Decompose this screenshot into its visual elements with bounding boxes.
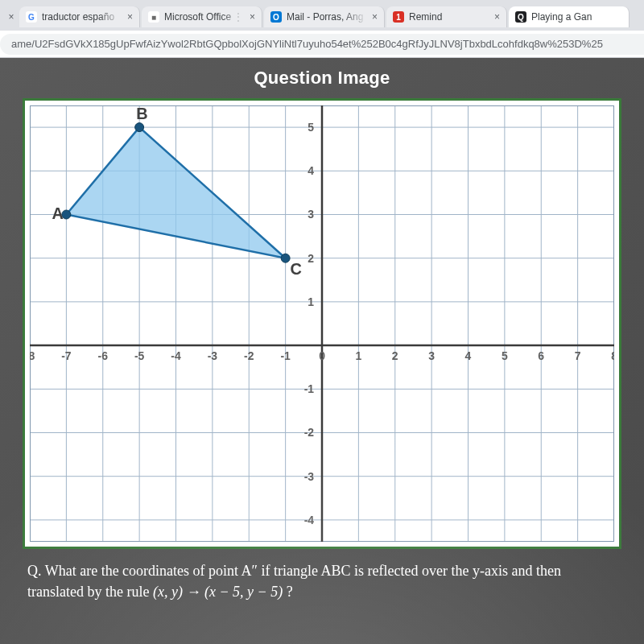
tab-label: Remind — [409, 11, 489, 23]
y-tick-label: -2 — [304, 426, 315, 439]
tab-label: Mail - Porras, Ang — [287, 11, 367, 23]
x-tick-label: 4 — [465, 349, 472, 362]
tab-close-icon[interactable]: × — [250, 11, 255, 23]
x-tick-label: -8 — [30, 349, 35, 362]
browser-tab-strip: × Gtraductor españo×■Microsoft Office ⋮×… — [0, 0, 644, 31]
y-tick-label: -4 — [304, 514, 315, 526]
tab-label: traductor españo — [42, 11, 122, 23]
y-tick-label: 5 — [308, 121, 314, 134]
vertex-label: B — [136, 105, 147, 122]
tab-close-icon[interactable]: × — [127, 11, 133, 23]
x-tick-label: 1 — [356, 349, 362, 362]
x-tick-label: -3 — [208, 349, 218, 362]
address-bar: ame/U2FsdGVkX185gUpFwfAizYwol2RbtGQpbolX… — [0, 31, 644, 58]
browser-tab[interactable]: 1Remind× — [386, 6, 507, 27]
x-tick-label: 8 — [611, 349, 614, 362]
vertex-point — [135, 123, 144, 132]
tab-favicon-icon: G — [26, 11, 37, 23]
vertex-label: A — [52, 204, 63, 222]
y-tick-label: -3 — [304, 470, 315, 483]
x-tick-label: 0 — [319, 349, 325, 362]
question-math: (x, y) → (x − 5, y − 5) — [153, 584, 283, 600]
x-tick-label: 7 — [575, 349, 581, 362]
question-text: Q. What are the coordinates of point A″ … — [24, 549, 620, 602]
y-tick-label: 4 — [308, 164, 314, 177]
browser-tab[interactable]: QPlaying a Gan — [509, 6, 630, 27]
x-tick-label: -2 — [244, 349, 254, 362]
tab-close-icon[interactable]: × — [372, 11, 378, 23]
browser-tab[interactable]: Gtraductor españo× — [19, 6, 140, 27]
browser-tab[interactable]: ■Microsoft Office ⋮× — [142, 6, 262, 27]
tab-favicon-icon: Q — [515, 11, 526, 23]
prev-tab-close-icon[interactable]: × — [3, 11, 18, 23]
y-tick-label: 1 — [308, 295, 314, 308]
x-tick-label: 5 — [502, 349, 508, 362]
coordinate-grid: -8-7-6-5-4-3-2-1012345678-4-3-2-112345AB… — [30, 105, 614, 542]
browser-tab[interactable]: OMail - Porras, Ang× — [264, 6, 385, 27]
x-tick-label: -7 — [61, 349, 72, 362]
question-image-frame: -8-7-6-5-4-3-2-1012345678-4-3-2-112345AB… — [23, 98, 621, 549]
url-field[interactable]: ame/U2FsdGVkX185gUpFwfAizYwol2RbtGQpbolX… — [0, 34, 644, 55]
x-tick-label: 6 — [538, 349, 544, 362]
y-tick-label: 3 — [308, 208, 314, 221]
page-title: Question Image — [254, 68, 390, 89]
tab-favicon-icon: ■ — [148, 11, 159, 23]
x-tick-label: 3 — [428, 349, 435, 362]
tab-favicon-icon: 1 — [393, 11, 404, 23]
vertex-label: C — [291, 260, 302, 278]
tab-label: Playing a Gan — [531, 11, 622, 23]
x-tick-label: -1 — [280, 349, 291, 362]
y-tick-label: -1 — [304, 382, 315, 395]
x-tick-label: -5 — [134, 349, 145, 362]
question-prefix: Q. What are the coordinates of point A″ … — [27, 563, 561, 600]
y-tick-label: 2 — [308, 252, 314, 265]
x-tick-label: -6 — [98, 349, 109, 362]
vertex-point — [281, 254, 290, 262]
question-suffix: ? — [283, 584, 293, 600]
tab-favicon-icon: O — [270, 11, 282, 23]
tab-label: Microsoft Office ⋮ — [164, 11, 245, 23]
page-content: Question Image -8-7-6-5-4-3-2-1012345678… — [0, 58, 644, 644]
tab-close-icon[interactable]: × — [494, 11, 500, 23]
x-tick-label: -4 — [171, 349, 181, 362]
x-tick-label: 2 — [392, 349, 398, 362]
